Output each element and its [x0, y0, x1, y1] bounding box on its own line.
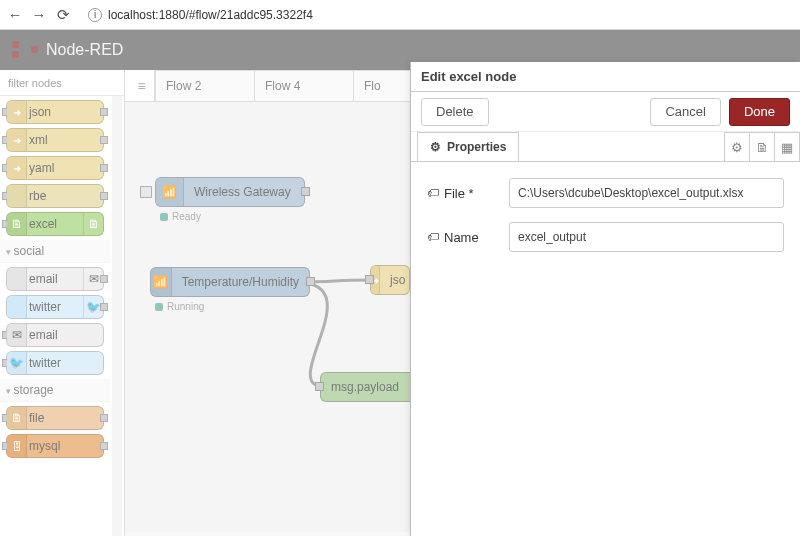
tag-icon: 🏷 — [427, 230, 439, 244]
node-temp-humidity[interactable]: 📶 Temperature/Humidity Running — [150, 267, 310, 297]
palette-node-rbe[interactable]: rbe — [6, 184, 104, 208]
app-title: Node-RED — [46, 41, 123, 59]
palette-filter-input[interactable] — [4, 75, 120, 91]
done-button[interactable]: Done — [729, 98, 790, 126]
palette-category-storage[interactable]: storage — [0, 379, 110, 402]
palette-node-excel[interactable]: excel — [6, 212, 104, 236]
delete-button[interactable]: Delete — [421, 98, 489, 126]
nodered-logo-icon — [12, 41, 38, 59]
name-input[interactable] — [509, 222, 784, 252]
palette-node-xml[interactable]: xml — [6, 128, 104, 152]
node-wireless-gateway[interactable]: 📶 Wireless Gateway Ready — [155, 177, 305, 207]
file-field-label: 🏷File * — [427, 186, 499, 201]
tab-list-icon[interactable]: ≡ — [129, 70, 155, 101]
reload-icon[interactable]: ⟳ — [54, 6, 72, 24]
address-bar[interactable]: i localhost:1880/#flow/21addc95.3322f4 — [80, 4, 794, 26]
info-icon[interactable]: i — [88, 8, 102, 22]
node-status: Running — [155, 301, 204, 312]
tab-properties[interactable]: ⚙ Properties — [417, 132, 519, 161]
gear-icon: ⚙ — [430, 140, 441, 154]
url-text: localhost:1880/#flow/21addc95.3322f4 — [108, 8, 313, 22]
palette-search — [0, 70, 124, 96]
tag-icon: 🏷 — [427, 186, 439, 200]
node-desc-icon[interactable]: 🗎 — [749, 132, 775, 161]
radio-icon: 📶 — [156, 178, 184, 206]
node-json[interactable]: jso — [370, 265, 410, 295]
input-port[interactable] — [315, 382, 324, 391]
cancel-button[interactable]: Cancel — [650, 98, 720, 126]
node-appearance-icon[interactable]: ▦ — [774, 132, 800, 161]
forward-icon[interactable]: → — [30, 6, 48, 24]
sensor-icon: 📶 — [151, 268, 172, 296]
browser-nav: ← → ⟳ — [6, 6, 72, 24]
inject-button-icon[interactable] — [140, 186, 152, 198]
tray-title: Edit excel node — [411, 62, 800, 92]
edit-tray: Edit excel node Delete Cancel Done ⚙ Pro… — [410, 62, 800, 536]
palette-node-twitter-in[interactable]: twitter🐦 — [6, 295, 104, 319]
palette-sidebar: json xml yaml rbe excel social email✉ tw… — [0, 70, 125, 536]
palette-node-mysql[interactable]: mysql — [6, 434, 104, 458]
browser-toolbar: ← → ⟳ i localhost:1880/#flow/21addc95.33… — [0, 0, 800, 30]
node-debug[interactable]: msg.payload — [320, 372, 415, 402]
output-port[interactable] — [306, 277, 315, 286]
tab-flow4[interactable]: Flow 4 — [254, 70, 354, 101]
file-input[interactable] — [509, 178, 784, 208]
palette-category-social[interactable]: social — [0, 240, 110, 263]
palette-node-email-in[interactable]: email✉ — [6, 267, 104, 291]
back-icon[interactable]: ← — [6, 6, 24, 24]
palette-node-yaml[interactable]: yaml — [6, 156, 104, 180]
name-field-label: 🏷Name — [427, 230, 499, 245]
input-port[interactable] — [365, 275, 374, 284]
palette-scrollbar[interactable] — [113, 96, 121, 156]
palette-node-email-out[interactable]: ✉email — [6, 323, 104, 347]
output-port[interactable] — [301, 187, 310, 196]
palette-node-twitter-out[interactable]: 🐦twitter — [6, 351, 104, 375]
palette-node-json[interactable]: json — [6, 100, 104, 124]
node-settings-icon[interactable]: ⚙ — [724, 132, 750, 161]
tab-flow2[interactable]: Flow 2 — [155, 70, 255, 101]
palette-node-file[interactable]: file — [6, 406, 104, 430]
node-status: Ready — [160, 211, 201, 222]
